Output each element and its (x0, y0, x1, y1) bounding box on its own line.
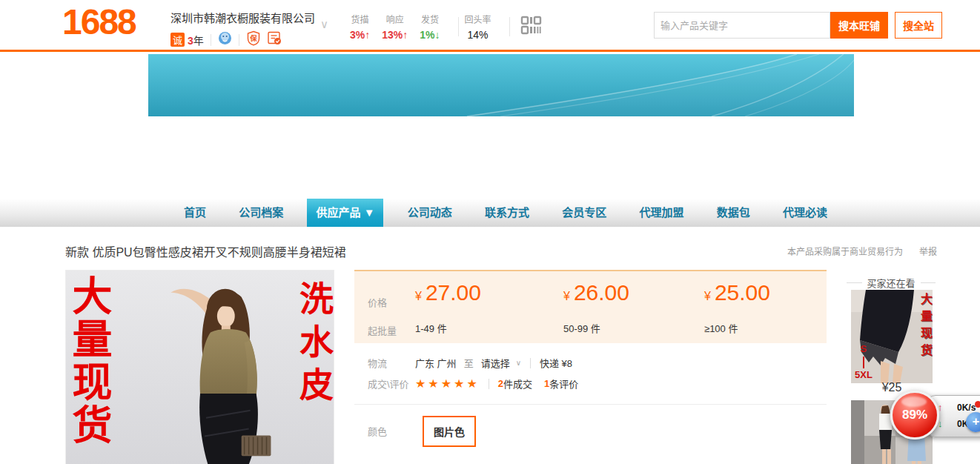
search-bar: 搜本旺铺 搜全站 (654, 12, 942, 39)
down-arrow-icon: ↓ (938, 418, 948, 429)
stat-response: 响应 13%↑ (382, 13, 408, 41)
stat-label: 货描 (350, 13, 370, 25)
stat-value: 3%↑ (350, 29, 370, 41)
nav-item-data-pack[interactable]: 数据包 (708, 199, 759, 227)
search-input[interactable] (654, 12, 830, 39)
search-shop-button[interactable]: 搜本旺铺 (830, 12, 888, 39)
price-box: 价格 ¥27.00 ¥26.00 ¥25.00 起批量 1-49 件 50-99… (354, 270, 827, 343)
divider (211, 34, 211, 46)
svg-text:保: 保 (249, 34, 257, 42)
color-label: 颜色 (368, 424, 387, 438)
divider (489, 379, 489, 389)
nav-items: 首页 公司档案 供应产品 ▼ 公司动态 联系方式 会员专区 代理加盟 数据包 代… (175, 199, 836, 227)
price-tier-2: ¥26.00 (563, 280, 629, 305)
image-overlay-text-right: 洗水皮 (297, 281, 331, 410)
size-range-bar (863, 357, 864, 368)
product-title: 新款 优质PU包臀性感皮裙开叉不规则高腰半身裙短裙 (65, 242, 346, 260)
nav-item-products[interactable]: 供应产品 ▼ (307, 199, 383, 227)
rating-stars-icon: ★★★★★ (415, 377, 480, 391)
company-info: 深圳市韩潮衣橱服装有限公司 诚 3年 保 (170, 10, 315, 49)
contract-icon[interactable] (267, 30, 282, 49)
notification-dot (975, 401, 980, 408)
select-chevron-icon[interactable]: ∨ (516, 359, 521, 367)
site-logo[interactable]: 1688 (62, 1, 136, 42)
nav-item-agent-join[interactable]: 代理加盟 (630, 199, 692, 227)
upload-speed-value: 0K/s (957, 402, 976, 413)
logistics-label: 物流 (354, 356, 415, 370)
product-main-image[interactable]: 大量现货 洗水皮 (65, 270, 334, 464)
stat-value: 1%↓ (420, 29, 440, 41)
nav-item-company-profile[interactable]: 公司档案 (230, 199, 292, 227)
sidebar-size-range: S 5XL (855, 344, 873, 380)
sidebar-product-1[interactable]: 大量现货 S 5XL (851, 290, 933, 383)
progress-percent: 89% (902, 408, 927, 422)
review-count-suffix[interactable]: 条评价 (549, 377, 578, 391)
header: 1688 深圳市韩潮衣橱服装有限公司 诚 3年 保 ∨ (0, 0, 980, 52)
color-option-button[interactable]: 图片色 (423, 416, 476, 447)
guarantee-shield-icon[interactable]: 保 (246, 30, 261, 49)
sidebar-title: 买家还在看 (847, 276, 936, 290)
credit-years: 3年 (188, 33, 204, 47)
nav-item-agent-readme[interactable]: 代理必读 (774, 199, 836, 227)
search-site-button[interactable]: 搜全站 (895, 12, 942, 39)
size-bottom: 5XL (855, 370, 873, 380)
divider (530, 358, 531, 368)
upload-speed-row: ↑ 0K/s (938, 402, 976, 413)
company-name[interactable]: 深圳市韩潮衣橱服装有限公司 (170, 10, 315, 25)
deal-count: 2 (498, 378, 503, 389)
moq-tier-2: 50-99 件 (563, 321, 600, 335)
price-value: 26.00 (574, 280, 629, 305)
stat-goods-desc: 货描 3%↑ (350, 13, 370, 41)
shop-qr-icon[interactable] (520, 14, 543, 39)
nav-item-member-zone[interactable]: 会员专区 (553, 199, 615, 227)
shop-banner (148, 54, 854, 116)
nav-item-home[interactable]: 首页 (175, 199, 215, 227)
currency-symbol: ¥ (704, 290, 711, 302)
stat-return-rate: 回头率 14% (465, 13, 491, 41)
stat-label: 响应 (382, 13, 408, 25)
page: 1688 深圳市韩潮衣橱服装有限公司 诚 3年 保 ∨ (0, 0, 980, 464)
price-value: 25.00 (715, 280, 770, 305)
express-fee: 快递 ¥8 (540, 356, 572, 370)
divider (458, 17, 459, 36)
company-dropdown-chevron-icon[interactable]: ∨ (320, 18, 328, 31)
sidebar-title-text: 买家还在看 (867, 276, 916, 290)
stat-value: 14% (465, 29, 491, 41)
trade-note-row: 本产品采购属于商业贸易行为 举报 (787, 245, 937, 257)
logistics-content: 广东 广州 至 请选择 ∨ 快递 ¥8 (415, 356, 572, 370)
company-badges: 诚 3年 保 (170, 30, 315, 49)
shop-nav: 首页 公司档案 供应产品 ▼ 公司动态 联系方式 会员专区 代理加盟 数据包 代… (0, 199, 980, 227)
deals-content: ★★★★★ 2 件成交 1 条评价 (415, 377, 590, 391)
size-top: S (855, 344, 873, 354)
divider (509, 17, 510, 36)
price-label: 价格 (368, 295, 387, 309)
stat-shipping: 发货 1%↓ (420, 13, 440, 41)
credit-years-number: 3 (188, 35, 193, 47)
wangwang-icon[interactable] (218, 31, 232, 48)
price-tier-3: ¥25.00 (704, 280, 770, 305)
sidebar-overlay-text: 大量现货 (919, 293, 931, 361)
nav-item-company-news[interactable]: 公司动态 (399, 199, 461, 227)
divider (921, 282, 936, 283)
price-tier-1: ¥27.00 (415, 280, 481, 305)
report-link[interactable]: 举报 (919, 245, 937, 257)
trade-note: 本产品采购属于商业贸易行为 (787, 245, 903, 257)
stat-label: 发货 (420, 13, 440, 25)
nav-item-contact[interactable]: 联系方式 (476, 199, 538, 227)
deals-row: 成交\评价 ★★★★★ 2 件成交 1 条评价 (354, 377, 827, 391)
currency-symbol: ¥ (563, 290, 570, 302)
credit-badge-icon[interactable]: 诚 (170, 33, 185, 47)
price-value: 27.00 (426, 280, 481, 305)
progress-badge[interactable]: 89% (890, 391, 939, 440)
divider (239, 34, 239, 46)
logistics-origin: 广东 广州 (415, 356, 457, 370)
deal-count-suffix[interactable]: 件成交 (503, 377, 532, 391)
shop-stats: 货描 3%↑ 响应 13%↑ 发货 1%↓ 回头率 14% (350, 12, 543, 42)
moq-tier-1: 1-49 件 (415, 321, 447, 335)
image-overlay-text-left: 大量现货 (69, 275, 109, 447)
destination-select[interactable]: 请选择 (481, 356, 510, 370)
up-arrow-icon: ↑ (938, 402, 948, 413)
moq-tier-3: ≥100 件 (704, 321, 738, 335)
stat-value: 13%↑ (382, 29, 408, 41)
currency-symbol: ¥ (415, 290, 422, 302)
